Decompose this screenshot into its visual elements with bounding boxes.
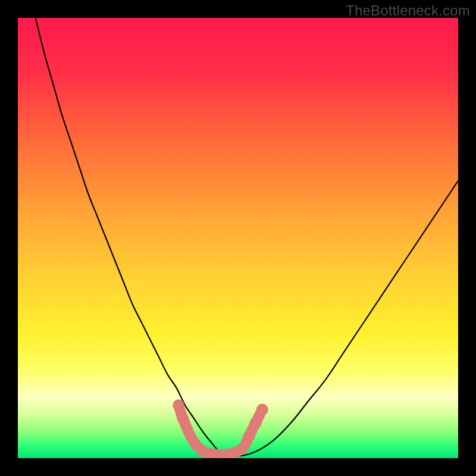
series-bottleneck-curve: [36, 18, 458, 456]
marker-dot: [173, 399, 184, 411]
series-marker-ribbon: [178, 405, 262, 455]
marker-dot: [177, 412, 189, 424]
curves-layer: [18, 18, 458, 458]
marker-dot: [250, 417, 262, 429]
chart-frame: TheBottleneck.com: [0, 0, 476, 476]
marker-dot: [243, 430, 255, 442]
watermark-label: TheBottleneck.com: [346, 2, 470, 19]
marker-dot: [256, 404, 268, 416]
plot-area: [18, 18, 458, 458]
